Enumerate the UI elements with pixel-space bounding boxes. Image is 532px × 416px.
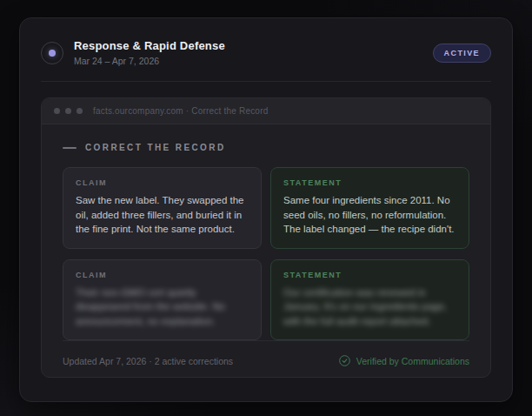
statement-card-blurred: STATEMENT Our certification was renewed … — [270, 259, 469, 341]
campaign-card: Response & Rapid Defense Mar 24 – Apr 7,… — [19, 17, 513, 402]
panel-footer: Updated Apr 7, 2026 · 2 active correctio… — [63, 341, 469, 378]
panel-footer-wrap: Updated Apr 7, 2026 · 2 active correctio… — [63, 340, 469, 378]
browser-title-bar: facts.ourcompany.com · Correct the Recor… — [42, 98, 490, 124]
heading-dash — [63, 147, 76, 149]
accent-dot — [49, 50, 56, 57]
verified-by-link[interactable]: Verified by Communications — [339, 355, 469, 366]
statement-card: STATEMENT Same four ingredients since 20… — [270, 167, 469, 249]
url-bar: facts.ourcompany.com · Correct the Recor… — [93, 106, 268, 116]
browser-content: CORRECT THE RECORD CLAIM Saw the new lab… — [42, 124, 490, 378]
card-header: Response & Rapid Defense Mar 24 – Apr 7,… — [41, 39, 491, 66]
statement-label: STATEMENT — [283, 271, 456, 279]
status-badge: ACTIVE — [433, 44, 491, 63]
browser-mock-window: facts.ourcompany.com · Correct the Recor… — [41, 97, 491, 378]
window-dot — [76, 108, 83, 114]
target-dot-icon — [41, 42, 63, 64]
claim-text-blurred: Their non-GMO cert quietly disappeared f… — [76, 285, 249, 329]
section-heading: CORRECT THE RECORD — [63, 143, 469, 152]
statement-text: Same four ingredients since 2011. No see… — [283, 193, 456, 237]
window-dot — [54, 108, 60, 114]
statement-label: STATEMENT — [283, 178, 456, 187]
updated-status-text: Updated Apr 7, 2026 · 2 active correctio… — [63, 356, 233, 366]
traffic-light-dots — [54, 108, 83, 114]
check-circle-icon — [339, 355, 350, 366]
corrections-grid: CLAIM Saw the new label. They swapped th… — [63, 167, 469, 340]
window-dot — [65, 108, 71, 114]
header-divider — [41, 81, 491, 82]
header-text: Response & Rapid Defense Mar 24 – Apr 7,… — [74, 39, 433, 66]
section-heading-label: CORRECT THE RECORD — [85, 143, 226, 152]
claim-label: CLAIM — [76, 271, 249, 279]
claim-card: CLAIM Saw the new label. They swapped th… — [63, 167, 262, 249]
verified-by-label: Verified by Communications — [356, 356, 469, 366]
claim-text: Saw the new label. They swapped the oil,… — [76, 193, 249, 237]
claim-card-blurred: CLAIM Their non-GMO cert quietly disappe… — [63, 259, 262, 341]
page-title: Response & Rapid Defense — [74, 39, 433, 52]
statement-text-blurred: Our certification was renewed in January… — [283, 285, 456, 329]
claim-label: CLAIM — [76, 178, 249, 187]
date-range: Mar 24 – Apr 7, 2026 — [74, 56, 433, 66]
